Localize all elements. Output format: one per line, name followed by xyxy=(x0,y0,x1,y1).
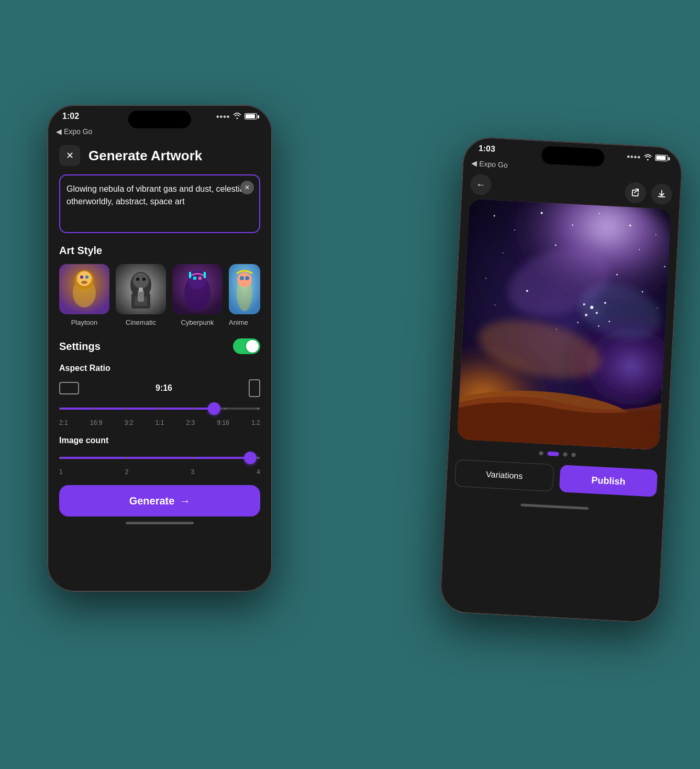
art-card-image-anime xyxy=(229,264,260,314)
clear-button[interactable]: ✕ xyxy=(240,181,254,194)
svg-point-6 xyxy=(81,281,87,284)
settings-title: Settings xyxy=(59,340,101,353)
close-button[interactable]: ✕ xyxy=(59,145,80,166)
aspect-ratio-label: Aspect Ratio xyxy=(59,364,260,373)
generate-button[interactable]: Generate → xyxy=(59,485,260,517)
header-row-1: ✕ Generate Artwork xyxy=(59,138,260,174)
publish-button[interactable]: Publish xyxy=(559,465,658,497)
svg-rect-23 xyxy=(189,272,191,278)
publish-label: Publish xyxy=(591,475,626,487)
svg-point-5 xyxy=(85,276,88,279)
settings-row: Settings xyxy=(59,338,260,354)
art-style-title: Art Style xyxy=(59,245,260,257)
art-style-row: Playtoon xyxy=(59,264,260,327)
aspect-label-5: 9:16 xyxy=(217,419,229,426)
phone-1: 1:02 ●●●● ◀ Expo Go ✕ Generate A xyxy=(47,105,272,592)
pag-dot-3 xyxy=(571,453,575,457)
dynamic-island-1 xyxy=(128,111,191,128)
svg-rect-14 xyxy=(138,290,144,302)
slider-thumb-1[interactable] xyxy=(208,402,220,415)
art-card-cinematic[interactable]: Cinematic xyxy=(116,264,166,327)
signal-icon: ●●●● xyxy=(216,113,230,119)
page-title: Generate Artwork xyxy=(88,148,202,164)
settings-toggle[interactable] xyxy=(233,338,260,354)
slider-dots-1 xyxy=(59,408,260,410)
aspect-label-6: 1:2 xyxy=(251,419,260,426)
svg-rect-22 xyxy=(204,272,206,278)
wifi-icon-2 xyxy=(643,152,652,162)
phone-2: 1:03 ●●●● ◀ Expo Go ← xyxy=(439,136,683,624)
arrow-icon: → xyxy=(180,495,190,507)
wifi-icon xyxy=(233,112,241,120)
generate-label: Generate xyxy=(129,495,175,507)
art-card-playtoon[interactable]: Playtoon xyxy=(59,264,109,327)
svg-point-11 xyxy=(142,278,146,281)
pag-dot-2 xyxy=(563,452,567,456)
svg-rect-15 xyxy=(139,288,143,292)
signal-icon-2: ●●●● xyxy=(627,153,641,160)
aspect-labels: 2:1 16:9 3:2 1:1 2:3 9:16 1:2 xyxy=(59,419,260,426)
count-label-3: 3 xyxy=(191,468,195,476)
image-count-labels: 1 2 3 4 xyxy=(59,468,260,476)
svg-point-27 xyxy=(240,276,244,280)
art-card-cyberpunk[interactable]: Cyberpunk xyxy=(172,264,223,327)
download-button[interactable] xyxy=(651,183,673,205)
status-time-2: 1:03 xyxy=(478,144,495,154)
svg-point-28 xyxy=(245,276,249,280)
dynamic-island-2 xyxy=(541,146,605,167)
art-card-anime[interactable]: Anime xyxy=(229,264,260,327)
expo-go-label-1: ◀ Expo Go xyxy=(56,127,92,136)
aspect-label-2: 3:2 xyxy=(125,419,134,426)
battery-icon xyxy=(245,113,257,119)
aspect-label-4: 2:3 xyxy=(186,419,195,426)
art-label-playtoon: Playtoon xyxy=(71,318,98,326)
variations-button[interactable]: Variations xyxy=(454,459,554,492)
toggle-knob xyxy=(246,340,259,353)
aspect-label-1: 16:9 xyxy=(90,419,102,426)
aspect-label-0: 2:1 xyxy=(59,419,68,426)
battery-icon-2 xyxy=(655,155,668,161)
prompt-text: Glowing nebula of vibrant gas and dust, … xyxy=(66,183,253,225)
slider-dots-2 xyxy=(59,457,260,459)
aspect-value: 9:16 xyxy=(155,383,172,393)
slider-thumb-2[interactable] xyxy=(244,452,257,464)
art-label-cyberpunk: Cyberpunk xyxy=(181,318,214,326)
count-label-1: 1 xyxy=(59,468,63,476)
aspect-label-3: 1:1 xyxy=(155,419,164,426)
count-label-4: 4 xyxy=(257,468,260,476)
image-count-slider[interactable] xyxy=(59,452,260,464)
svg-point-4 xyxy=(80,276,83,279)
svg-point-21 xyxy=(198,277,202,280)
svg-point-10 xyxy=(136,278,139,281)
svg-point-9 xyxy=(133,273,149,289)
art-label-cinematic: Cinematic xyxy=(126,318,156,326)
expo-go-label-2: ◀ Expo Go xyxy=(471,159,508,169)
svg-point-26 xyxy=(237,272,252,287)
galaxy-image xyxy=(457,199,672,450)
aspect-icons-row: 9:16 xyxy=(59,379,260,397)
count-label-2: 2 xyxy=(125,468,129,476)
art-label-anime: Anime xyxy=(229,318,248,326)
art-card-image-playtoon xyxy=(59,264,109,314)
art-card-image-cyberpunk xyxy=(172,264,223,314)
action-buttons xyxy=(625,182,673,205)
aspect-slider[interactable] xyxy=(59,402,260,415)
bottom-bar-1 xyxy=(48,517,272,533)
aspect-tall-icon xyxy=(249,379,260,397)
pag-dot-0 xyxy=(539,451,543,455)
share-button[interactable] xyxy=(625,182,647,204)
svg-point-20 xyxy=(193,277,197,280)
back-button-2[interactable]: ← xyxy=(470,173,492,195)
variations-label: Variations xyxy=(486,470,523,481)
prompt-container[interactable]: Glowing nebula of vibrant gas and dust, … xyxy=(59,174,260,233)
pag-dot-1 xyxy=(547,452,559,456)
art-card-image-cinematic xyxy=(116,264,166,314)
status-time-1: 1:02 xyxy=(62,112,79,121)
image-count-label: Image count xyxy=(59,436,260,445)
aspect-wide-icon xyxy=(59,382,79,394)
